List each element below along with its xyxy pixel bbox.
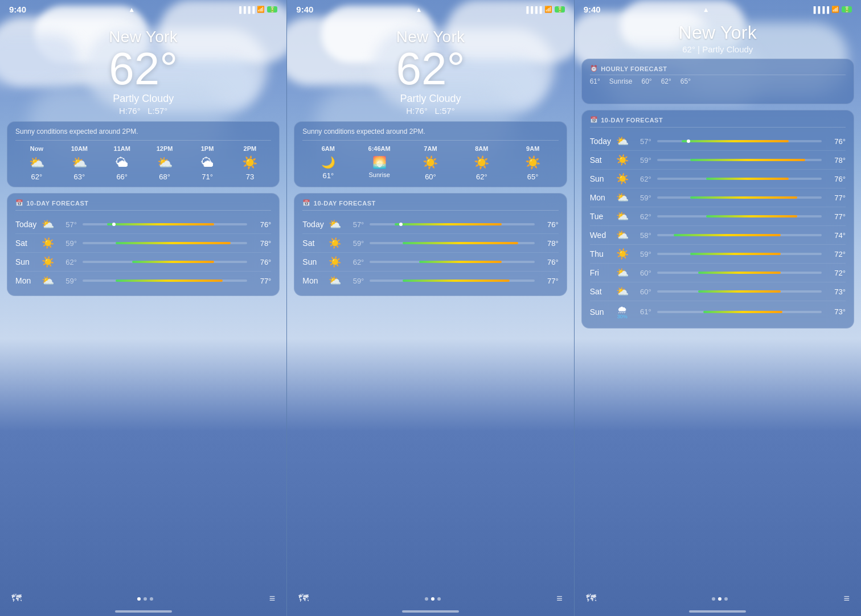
list-icon-1[interactable]: ≡: [269, 593, 276, 605]
hour-label-3: 12PM: [144, 145, 186, 152]
hour-temp-sunrise: Sunrise: [354, 171, 405, 178]
hour-item-sunrise: 6:46AM 🌅 Sunrise: [354, 145, 405, 181]
forecast-card-1: 📅 10-DAY FORECAST Today ⛅ 57° 76° Sat ☀️…: [7, 193, 280, 296]
nav-dots-1: [137, 597, 153, 601]
battery-icon-2: 🔋: [555, 6, 565, 13]
hour-label-9am: 9AM: [507, 145, 559, 152]
hourly-partial-card: ⏰ HOURLY FORECAST 61° Sunrise 60° 62° 65…: [581, 59, 854, 104]
status-bar-1: 9:40 ▲ ▐▐▐▐ 📶 🔋: [0, 0, 286, 17]
nav-dot-2: [144, 597, 147, 601]
hour-label-6am: 6AM: [302, 145, 354, 152]
wifi-icon-3: 📶: [831, 6, 839, 13]
hour-item-4: 1PM 🌥 71°: [186, 145, 229, 181]
map-icon-2[interactable]: 🗺: [298, 593, 309, 605]
low-temp-1: L:57°: [147, 106, 167, 116]
hour-item-8am: 8AM ☀️ 62°: [456, 145, 507, 181]
hour-temp-7am: 60°: [405, 173, 456, 181]
nav-dot-22-active: [431, 597, 434, 601]
f3-sun1: Sun ☀️ 62° 76°: [590, 170, 846, 188]
home-indicator-1: [115, 610, 172, 613]
hour-temp-2: 66°: [101, 173, 144, 181]
hourly-row-1: Now ⛅ 62° 10AM ⛅ 63° 11AM 🌥 66° 12PM ⛅ 6…: [15, 145, 271, 181]
hourly-partial-row: 61° Sunrise 60° 62° 65°: [590, 77, 846, 85]
calendar-icon-3: 📅: [590, 116, 598, 124]
status-icons-3: ▐▐▐▐ 📶 🔋: [811, 6, 852, 13]
forecast-row-today-2: Today ⛅ 57° 76°: [302, 215, 558, 234]
location-arrow-3: ▲: [703, 6, 710, 14]
list-icon-2[interactable]: ≡: [556, 593, 563, 605]
hour-item-2: 11AM 🌥 66°: [101, 145, 144, 181]
hour-temp-4: 71°: [186, 173, 229, 181]
city-name-3: New York: [575, 22, 861, 43]
time-3: 9:40: [584, 5, 601, 14]
hour-label-2: 11AM: [101, 145, 144, 152]
nav-dots-2: [425, 597, 441, 601]
nav-dot-active-1: [137, 597, 141, 601]
temperature-2: 62°: [287, 46, 573, 92]
hour-temp-3: 68°: [144, 173, 186, 181]
panel-1: 9:40 ▲ ▐▐▐▐ 📶 🔋 New York 62° Partly Clou…: [0, 0, 287, 616]
hour-temp-0: 62°: [15, 173, 58, 181]
temperature-1: 62°: [0, 46, 286, 92]
nav-dots-3: [712, 597, 728, 601]
f3-wed: Wed ⛅ 58° 74°: [590, 226, 846, 245]
location-arrow-2: ▲: [415, 6, 422, 14]
hour-icon-3: ⛅: [144, 155, 186, 170]
hour-item-9am: 9AM ☀️ 65°: [507, 145, 559, 181]
calendar-icon-1: 📅: [15, 199, 24, 207]
high-temp-1: H:76°: [119, 106, 141, 116]
hour-item-0: Now ⛅ 62°: [15, 145, 58, 181]
map-icon-3[interactable]: 🗺: [586, 593, 596, 605]
high-temp-2: H:76°: [406, 106, 428, 116]
f3-sun2-icon-container: 🌧 30%: [615, 304, 630, 319]
hour-icon-9am: ☀️: [507, 155, 559, 170]
map-icon-1[interactable]: 🗺: [11, 593, 22, 605]
time-1: 9:40: [9, 5, 26, 14]
hour-item-7am: 7AM ☀️ 60°: [405, 145, 456, 181]
hour-item-6am: 6AM 🌙 61°: [302, 145, 354, 181]
hour-temp-9am: 65°: [507, 173, 559, 181]
nav-dot-3: [150, 597, 153, 601]
hour-temp-1: 63°: [58, 173, 101, 181]
hourly-card-1: Sunny conditions expected around 2PM. No…: [7, 121, 280, 187]
f3-thu: Thu ☀️ 59° 72°: [590, 245, 846, 264]
hour-temp-5: 73: [228, 173, 271, 181]
nav-dot-31: [712, 597, 715, 601]
f3-sun2: Sun 🌧 30% 61° 73°: [590, 301, 846, 322]
forecast-card-3: 📅 10-DAY FORECAST Today ⛅ 57° 76° Sat ☀️…: [581, 110, 854, 328]
low-temp-2: L:57°: [434, 106, 454, 116]
hour-label-5: 2PM: [228, 145, 271, 152]
hour-item-5: 2PM ☀️ 73: [228, 145, 271, 181]
forecast-row-sun-1: Sun ☀️ 62° 76°: [15, 253, 271, 272]
forecast-row-mon-1: Mon ⛅ 59° 77°: [15, 272, 271, 290]
home-indicator-2: [402, 610, 459, 613]
nav-dot-33: [724, 597, 728, 601]
hour-label-4: 1PM: [186, 145, 229, 152]
weather-hero-3: New York 62° | Partly Cloudy: [575, 17, 861, 54]
f3-mon: Mon ⛅ 59° 77°: [590, 188, 846, 207]
battery-icon-1: 🔋: [267, 6, 277, 13]
f3-sat2: Sat ⛅ 60° 73°: [590, 282, 846, 301]
hour-label-sunrise: 6:46AM: [354, 145, 405, 152]
hour-icon-8am: ☀️: [456, 155, 507, 170]
hour-item-3: 12PM ⛅ 68°: [144, 145, 186, 181]
forecast-row-today-1: Today ⛅ 57° 76°: [15, 215, 271, 234]
list-icon-3[interactable]: ≡: [843, 593, 850, 605]
hour-item-1: 10AM ⛅ 63°: [58, 145, 101, 181]
hour-icon-5: ☀️: [228, 155, 271, 170]
hour-label-0: Now: [15, 145, 58, 152]
hourly-row-2: 6AM 🌙 61° 6:46AM 🌅 Sunrise 7AM ☀️ 60° 8A…: [302, 145, 558, 181]
f3-fri: Fri ⛅ 60° 72°: [590, 264, 846, 282]
hourly-card-2: Sunny conditions expected around 2PM. 6A…: [294, 121, 567, 187]
condition-2: Partly Cloudy: [287, 93, 573, 105]
hour-icon-4: 🌥: [186, 155, 229, 170]
weather-hero-2: New York 62° Partly Cloudy H:76° L:57°: [287, 17, 573, 116]
forecast-row-sat-2: Sat ☀️ 59° 78°: [302, 234, 558, 253]
hour-icon-6am: 🌙: [302, 155, 354, 169]
hi-lo-1: H:76° L:57°: [0, 106, 286, 116]
hour-icon-2: 🌥: [101, 155, 144, 170]
wifi-icon-1: 📶: [257, 6, 265, 13]
time-2: 9:40: [296, 5, 313, 14]
f3-today: Today ⛅ 57° 76°: [590, 132, 846, 151]
calendar-icon-2: 📅: [302, 199, 311, 207]
